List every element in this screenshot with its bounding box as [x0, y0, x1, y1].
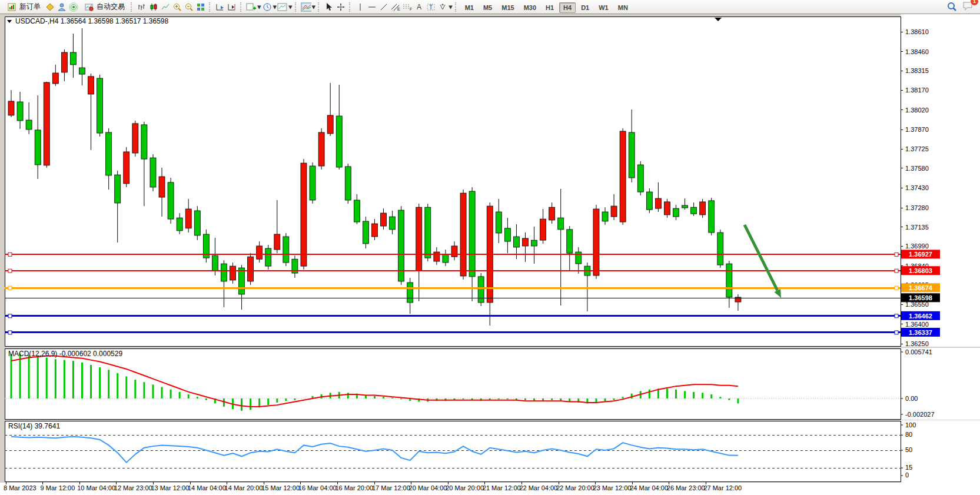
timeframe-h1[interactable]: H1 — [542, 2, 558, 13]
timeframe-d1[interactable]: D1 — [577, 2, 593, 13]
crosshair-icon[interactable] — [335, 1, 347, 13]
svg-text:22 Mar 20:00: 22 Mar 20:00 — [556, 484, 594, 491]
svg-text:24 Mar 04:00: 24 Mar 04:00 — [630, 484, 668, 491]
svg-text:26 Mar 23:00: 26 Mar 23:00 — [667, 484, 705, 491]
svg-text:1.37135: 1.37135 — [905, 224, 929, 231]
svg-text:17 Mar 12:00: 17 Mar 12:00 — [372, 484, 410, 491]
svg-text:12 Mar 23:00: 12 Mar 23:00 — [114, 484, 152, 491]
zoom-out-icon[interactable] — [183, 1, 195, 13]
notification-badge: 1 — [970, 0, 979, 6]
svg-text:14 Mar 20:00: 14 Mar 20:00 — [225, 484, 263, 491]
svg-text:A: A — [417, 3, 421, 11]
signal-broadcast-icon[interactable] — [68, 1, 79, 13]
svg-text:20 Mar 04:00: 20 Mar 04:00 — [409, 484, 447, 491]
new-order-icon — [6, 1, 18, 13]
template-icon[interactable] — [277, 1, 288, 13]
search-icon[interactable] — [946, 1, 958, 13]
profiles-dropdown-icon[interactable]: ▾ — [312, 2, 316, 12]
horizontal-line-tool-icon[interactable] — [366, 1, 378, 13]
svg-text:1.37280: 1.37280 — [905, 204, 929, 211]
svg-text:1.36598: 1.36598 — [909, 294, 932, 301]
svg-text:22 Mar 04:00: 22 Mar 04:00 — [519, 484, 557, 491]
svg-text:1.37430: 1.37430 — [905, 184, 929, 191]
trendline-tool-icon[interactable] — [378, 1, 390, 13]
auto-trading-label: 自动交易 — [97, 2, 125, 12]
auto-trading-button[interactable]: 自动交易 — [79, 0, 128, 14]
svg-text:23 Mar 12:00: 23 Mar 12:00 — [593, 484, 632, 491]
timeframe-w1[interactable]: W1 — [594, 2, 613, 13]
toolbar-separator — [455, 2, 458, 12]
svg-text:E: E — [397, 7, 400, 11]
timeframe-buttons: M1M5M15M30H1H4D1W1MN — [460, 2, 633, 12]
timeframe-m30[interactable]: M30 — [520, 2, 540, 13]
svg-text:1.36462: 1.36462 — [909, 313, 932, 320]
chart-window[interactable]: 1.386101.384601.383151.381701.380201.378… — [0, 14, 980, 495]
svg-text:1.38460: 1.38460 — [905, 48, 929, 55]
chat-icon[interactable]: 1 — [962, 1, 974, 14]
svg-text:T: T — [429, 4, 433, 11]
svg-text:16 Mar 20:00: 16 Mar 20:00 — [335, 484, 373, 491]
svg-text:16 Mar 04:00: 16 Mar 04:00 — [298, 484, 337, 491]
svg-text:0.005741: 0.005741 — [905, 348, 932, 356]
new-order-button[interactable]: 新订单 — [2, 0, 44, 14]
svg-text:1.36337: 1.36337 — [909, 329, 932, 336]
tile-windows-icon[interactable] — [195, 1, 207, 13]
svg-text:1.36803: 1.36803 — [909, 267, 932, 274]
toolbar-separator — [131, 2, 134, 12]
svg-text:100: 100 — [905, 421, 916, 428]
svg-text:1.37580: 1.37580 — [905, 165, 929, 172]
text-label-tool-icon[interactable]: T — [425, 1, 437, 13]
svg-text:1.36400: 1.36400 — [905, 321, 929, 328]
toolbar-separator — [295, 2, 298, 12]
add-indicator-dropdown-icon[interactable]: ▾ — [257, 2, 261, 12]
fibonacci-tool-icon[interactable]: F — [401, 1, 413, 13]
period-clock-icon[interactable] — [261, 1, 273, 13]
shapes-dropdown-icon[interactable]: ▾ — [449, 2, 453, 12]
chart-shift-icon[interactable] — [226, 1, 238, 13]
svg-text:RSI(14) 39.7641: RSI(14) 39.7641 — [8, 422, 60, 430]
svg-text:USDCAD-,H4 1.36564 1.36598 1.: USDCAD-,H4 1.36564 1.36598 1.36517 1.365… — [15, 17, 169, 25]
svg-text:1.36250: 1.36250 — [905, 340, 929, 347]
chart-title: USDCAD-,H4 1.36564 1.36598 1.36517 1.365… — [7, 17, 169, 25]
cursor-icon[interactable] — [323, 1, 335, 13]
add-indicator-icon[interactable] — [245, 1, 257, 13]
svg-text:50: 50 — [905, 446, 912, 453]
svg-text:14 Mar 04:00: 14 Mar 04:00 — [188, 484, 226, 491]
svg-text:1.38170: 1.38170 — [905, 87, 929, 94]
text-tool-icon[interactable]: A — [413, 1, 425, 13]
svg-text:15 Mar 12:00: 15 Mar 12:00 — [261, 484, 300, 491]
svg-text:20 Mar 20:00: 20 Mar 20:00 — [446, 484, 484, 491]
svg-text:1.37725: 1.37725 — [905, 145, 929, 152]
svg-text:-0.002027: -0.002027 — [905, 411, 935, 418]
svg-text:1.36927: 1.36927 — [909, 251, 932, 258]
line-chart-type-icon[interactable] — [160, 1, 171, 13]
profiles-icon[interactable] — [300, 1, 312, 13]
equidistant-channel-tool-icon[interactable]: E — [390, 1, 401, 13]
gold-diamond-icon[interactable] — [44, 1, 56, 13]
toolbar-separator — [209, 2, 212, 12]
toolbar-separator — [349, 2, 352, 12]
timeframe-m5[interactable]: M5 — [479, 2, 496, 13]
svg-text:1.37870: 1.37870 — [905, 126, 929, 133]
template-dropdown-icon[interactable]: ▾ — [288, 2, 293, 12]
svg-text:21 Mar 12:00: 21 Mar 12:00 — [483, 484, 521, 491]
svg-text:1.38020: 1.38020 — [905, 107, 929, 114]
bar-chart-type-icon[interactable] — [136, 1, 148, 13]
svg-text:MACD(12,26,9) -0.000602 0.0005: MACD(12,26,9) -0.000602 0.000529 — [8, 350, 122, 358]
timeframe-m1[interactable]: M1 — [461, 2, 478, 13]
toolbar-separator — [240, 2, 243, 12]
zoom-in-icon[interactable] — [171, 1, 183, 13]
svg-text:1.38610: 1.38610 — [905, 28, 929, 35]
timeframe-mn[interactable]: MN — [614, 2, 632, 13]
svg-text:0.00: 0.00 — [905, 395, 918, 402]
shapes-tool-icon[interactable] — [437, 1, 449, 13]
candle-chart-type-icon[interactable] — [148, 1, 160, 13]
timeframe-m15[interactable]: M15 — [497, 2, 518, 13]
vertical-line-tool-icon[interactable] — [354, 1, 366, 13]
main-toolbar: 新订单 自动交易 ▾ ▾ ▾ ▾ E F A T ▾ M1M5M15M30H1H… — [0, 0, 980, 14]
timeframe-h4[interactable]: H4 — [559, 2, 576, 13]
svg-text:1.36990: 1.36990 — [905, 242, 929, 250]
auto-scroll-icon[interactable] — [214, 1, 226, 13]
trader-profile-icon[interactable] — [56, 1, 68, 13]
toolbar-separator — [318, 2, 321, 12]
